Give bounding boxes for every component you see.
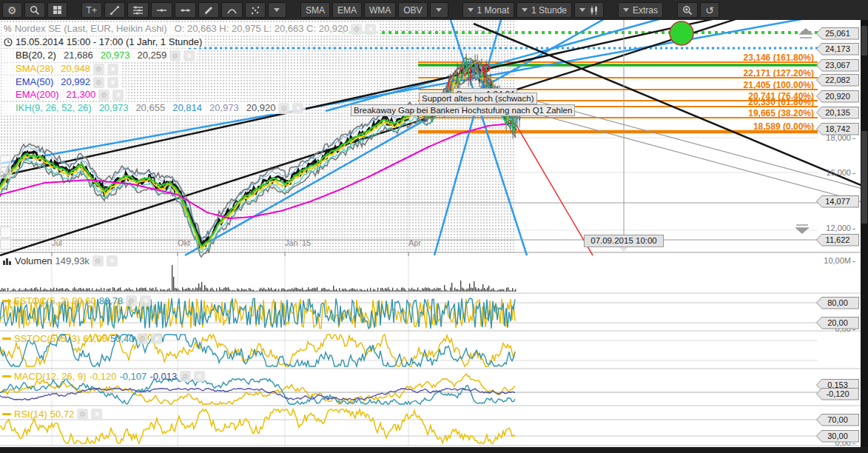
settings-icon[interactable]: ⚙ xyxy=(278,103,289,114)
fstoc-axis-tag: 80,00 xyxy=(816,297,859,309)
price-axis-tag: 22,082 xyxy=(816,74,859,87)
close-icon[interactable]: × xyxy=(140,295,151,306)
ohlc-values: O: 20,663 H: 20,975 L: 20,663 C: 20,920 xyxy=(175,23,349,35)
close-icon[interactable]: × xyxy=(91,409,102,420)
wma-button[interactable]: WMA xyxy=(364,2,396,18)
time-axis-label: Jan '15 xyxy=(285,238,311,247)
legend-sma-row: SMA(28) 20,948 ⚙ × xyxy=(1,63,121,75)
layout-button[interactable] xyxy=(47,2,67,18)
chart-edge-icon[interactable] xyxy=(0,238,11,249)
horizontal-line-icon xyxy=(156,5,167,16)
scrollbar-thumb[interactable] xyxy=(861,131,867,224)
search-button[interactable] xyxy=(24,2,45,18)
settings-icon[interactable]: ⚙ xyxy=(137,333,148,344)
price-axis-tag: 20,135 xyxy=(816,107,859,119)
macd-axis-tag: -0,120 xyxy=(816,388,859,400)
pencil-tool-button[interactable] xyxy=(198,2,219,18)
close-icon[interactable]: × xyxy=(292,103,303,114)
close-icon[interactable]: × xyxy=(107,77,118,88)
annotation-breakaway-gap[interactable]: Breakaway Gap bei Banken Hochstufung nac… xyxy=(351,104,575,116)
rsi-axis-tag: 30,00 xyxy=(816,430,859,443)
right-scrollbar[interactable] xyxy=(861,20,868,453)
chart-edge-icon[interactable] xyxy=(0,226,11,238)
volume-legend: Volumen 149,93k ⚙ × xyxy=(2,255,118,266)
layout-grid-icon xyxy=(53,5,62,15)
ema50-swatch xyxy=(4,81,13,84)
horizontal-line-tool-button[interactable] xyxy=(151,2,172,18)
pencil-icon xyxy=(203,5,214,16)
fibonacci-label: 22,171 (127.20%) xyxy=(744,69,814,78)
fibonacci-label: 23,146 (161.80%) xyxy=(744,53,814,63)
close-icon[interactable]: × xyxy=(107,64,118,75)
period-dropdown[interactable]: 1 Monat xyxy=(462,2,514,18)
candlestick-icon xyxy=(589,5,599,16)
legend-timestamp-row: 15.05.2014 15:00 - 17:00 (1 Jahr, 1 Stun… xyxy=(1,36,204,48)
close-icon[interactable]: × xyxy=(194,371,205,382)
settings-icon[interactable]: ⚙ xyxy=(98,90,110,101)
settings-icon[interactable]: ⚙ xyxy=(77,409,88,420)
settings-button[interactable]: ⚙ xyxy=(2,2,22,18)
settings-icon[interactable]: ⚙ xyxy=(351,24,362,35)
pattern-tool-button[interactable] xyxy=(245,2,266,18)
trendline-tool-button[interactable] xyxy=(104,2,125,18)
fibonacci-tool-button[interactable] xyxy=(127,2,149,18)
settings-icon[interactable]: ⚙ xyxy=(93,64,104,75)
chart-canvas[interactable] xyxy=(0,0,868,453)
chart-type-dropdown[interactable] xyxy=(574,2,604,18)
ikh-swatch xyxy=(4,107,13,110)
fstoc-axis-tag: 20,00 xyxy=(816,317,859,329)
horizontal-ray-icon xyxy=(180,5,191,16)
chevron-down-icon xyxy=(436,8,442,12)
close-icon[interactable]: × xyxy=(184,50,195,61)
zoom-button[interactable] xyxy=(677,2,698,18)
time-axis-label: Jul xyxy=(52,238,62,247)
fibonacci-label: 18,589 (0.00%) xyxy=(753,122,814,132)
settings-icon[interactable]: ⚙ xyxy=(126,295,137,306)
settings-icon[interactable]: ⚙ xyxy=(92,255,104,266)
gear-icon: ⚙ xyxy=(7,5,17,16)
price-axis-tag: 20,920 xyxy=(816,90,859,103)
price-axis-tick: 16,000 xyxy=(817,168,855,177)
ema-button[interactable]: EMA xyxy=(332,2,362,18)
chart-application: { "toolbar": { "indicator_buttons": ["SM… xyxy=(0,0,868,453)
undo-button[interactable]: ↺ xyxy=(700,2,719,18)
scrollbar-thumb[interactable] xyxy=(861,26,867,56)
sstoc-swatch xyxy=(2,338,11,340)
settings-icon[interactable]: ⚙ xyxy=(180,371,191,382)
settings-icon[interactable]: ⚙ xyxy=(93,77,104,88)
draw-more-dropdown[interactable] xyxy=(268,2,286,18)
arc-tool-button[interactable] xyxy=(221,2,243,18)
legend-ema50-row: EMA(50) 20,992 ⚙ × xyxy=(1,76,121,88)
annotation-support[interactable]: Support altes hoch (schwach) xyxy=(419,93,537,104)
chart-edge-icon[interactable] xyxy=(0,167,11,178)
sma-button[interactable]: SMA xyxy=(300,2,330,18)
trendline-icon xyxy=(110,5,120,16)
price-axis-tag: 18,742 xyxy=(816,123,859,135)
chevron-down-icon xyxy=(579,8,585,12)
indicator-settings-icon xyxy=(132,5,144,16)
settings-icon[interactable]: ⚙ xyxy=(169,50,181,61)
price-axis-tag: 11,622 xyxy=(816,234,859,246)
interval-dropdown[interactable]: 1 Stunde xyxy=(517,2,572,18)
search-icon xyxy=(30,5,40,16)
extras-dropdown[interactable]: Extras xyxy=(618,2,663,18)
close-icon[interactable]: × xyxy=(112,90,124,101)
fibonacci-label: 19,665 (38.20%) xyxy=(748,109,814,118)
chart-edge-icon[interactable] xyxy=(0,155,11,167)
chevron-down-icon xyxy=(274,8,280,12)
chevron-down-icon xyxy=(522,8,528,12)
legend-bb-row: BB(20, 2) 21,686 20,973 20,259 ⚙ × xyxy=(1,50,197,61)
sma-swatch xyxy=(4,68,13,70)
fibonacci-label: 20,330 (61.80%) xyxy=(748,98,814,107)
horizontal-ray-tool-button[interactable] xyxy=(175,2,196,18)
bottom-bar xyxy=(0,447,868,453)
text-tool-button[interactable]: T+ xyxy=(81,2,102,18)
instrument-title: Nordex SE (Last, EUR, Heikin Ashi) xyxy=(15,23,167,35)
close-icon[interactable]: × xyxy=(365,24,376,35)
text-plus-icon: T+ xyxy=(87,5,97,16)
close-icon[interactable]: × xyxy=(151,333,162,344)
indicator-more-dropdown[interactable] xyxy=(430,2,448,18)
close-icon[interactable]: × xyxy=(107,255,118,266)
sstoc-legend: SSTOC(5, 5, 3) 61,96 50,40 ⚙ × xyxy=(2,333,162,344)
obv-button[interactable]: OBV xyxy=(398,2,427,18)
